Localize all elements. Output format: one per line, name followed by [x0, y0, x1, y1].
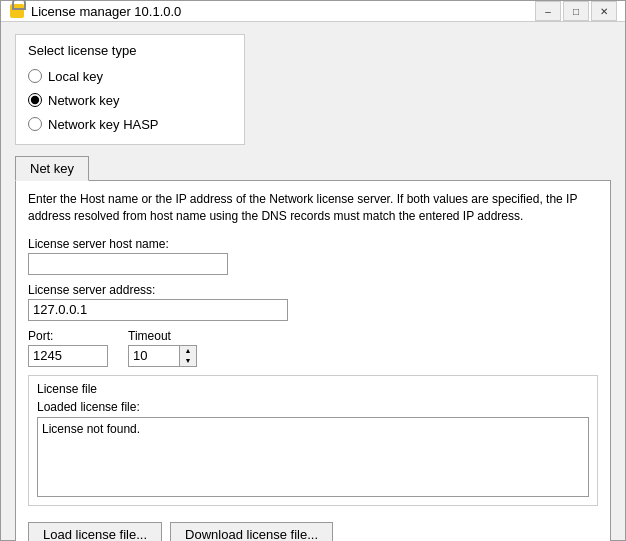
- timeout-wrap: ▲ ▼: [128, 345, 197, 367]
- minimize-button[interactable]: –: [535, 1, 561, 21]
- tab-content: Enter the Host name or the IP address of…: [15, 181, 611, 541]
- timeout-decrement-button[interactable]: ▼: [180, 356, 196, 366]
- hostname-input[interactable]: [28, 253, 228, 275]
- radio-hasp-row: Network key HASP: [28, 114, 232, 134]
- license-manager-window: License manager 10.1.0.0 – □ ✕ Select li…: [0, 0, 626, 541]
- window-icon: [9, 3, 25, 19]
- loaded-license-label: Loaded license file:: [37, 400, 589, 414]
- tab-container: Net key Enter the Host name or the IP ad…: [15, 155, 611, 541]
- maximize-button[interactable]: □: [563, 1, 589, 21]
- license-content-area[interactable]: License not found.: [37, 417, 589, 497]
- timeout-label: Timeout: [128, 329, 197, 343]
- file-buttons-row: Load license file... Download license fi…: [28, 522, 598, 541]
- port-input[interactable]: [28, 345, 108, 367]
- main-content: Select license type Local key Network ke…: [1, 22, 625, 541]
- radio-network-row: Network key: [28, 90, 232, 110]
- radio-local-row: Local key: [28, 66, 232, 86]
- title-bar: License manager 10.1.0.0 – □ ✕: [1, 1, 625, 22]
- timeout-input[interactable]: [129, 346, 179, 366]
- radio-hasp-key[interactable]: [28, 117, 42, 131]
- timeout-group: Timeout ▲ ▼: [128, 329, 197, 367]
- info-text: Enter the Host name or the IP address of…: [28, 191, 598, 225]
- address-field-group: License server address:: [28, 283, 598, 321]
- title-bar-controls: – □ ✕: [535, 1, 617, 21]
- license-type-label: Select license type: [28, 43, 232, 58]
- license-type-group: Select license type Local key Network ke…: [15, 34, 245, 145]
- license-file-group: License file Loaded license file: Licens…: [28, 375, 598, 506]
- window-title: License manager 10.1.0.0: [31, 4, 535, 19]
- radio-network-key[interactable]: [28, 93, 42, 107]
- timeout-spinner: ▲ ▼: [179, 346, 196, 366]
- port-label: Port:: [28, 329, 108, 343]
- address-label: License server address:: [28, 283, 598, 297]
- load-license-button[interactable]: Load license file...: [28, 522, 162, 541]
- tab-bar: Net key: [15, 155, 611, 181]
- radio-hasp-label[interactable]: Network key HASP: [48, 117, 159, 132]
- port-group: Port:: [28, 329, 108, 367]
- address-input[interactable]: [28, 299, 288, 321]
- hostname-label: License server host name:: [28, 237, 598, 251]
- radio-local-key[interactable]: [28, 69, 42, 83]
- lock-icon: [10, 4, 24, 18]
- port-timeout-row: Port: Timeout ▲ ▼: [28, 329, 598, 367]
- radio-network-label[interactable]: Network key: [48, 93, 120, 108]
- hostname-field-group: License server host name:: [28, 237, 598, 275]
- timeout-increment-button[interactable]: ▲: [180, 346, 196, 356]
- close-button[interactable]: ✕: [591, 1, 617, 21]
- download-license-button[interactable]: Download license file...: [170, 522, 333, 541]
- radio-local-label[interactable]: Local key: [48, 69, 103, 84]
- tab-net-key[interactable]: Net key: [15, 156, 89, 181]
- license-file-title: License file: [37, 382, 589, 396]
